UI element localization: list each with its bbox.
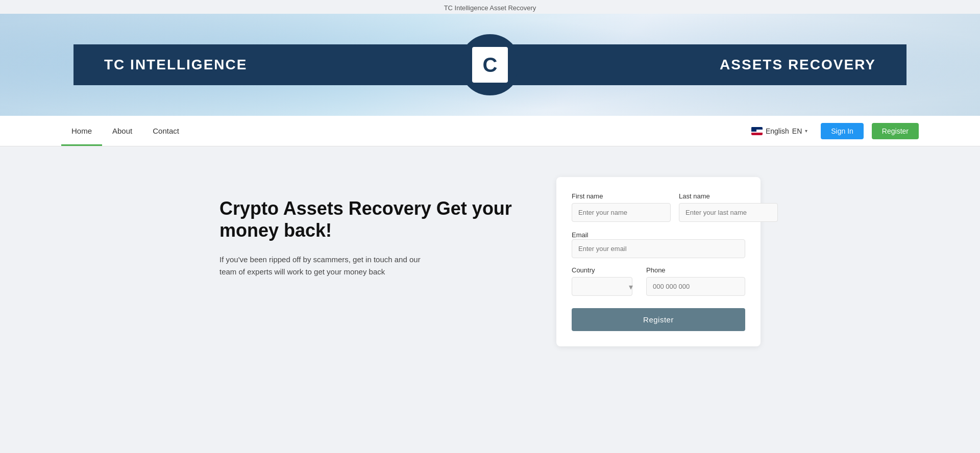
phone-label: Phone [646,266,745,274]
country-group: Country United States United Kingdom Can… [572,266,638,296]
header-area: TC Intelligence Asset Recovery TC INTELL… [0,0,980,116]
nav-item-contact[interactable]: Contact [142,116,189,146]
signin-button[interactable]: Sign In [821,123,864,139]
chevron-down-icon: ▾ [805,128,807,134]
page-wrapper: TC Intelligence Asset Recovery TC INTELL… [0,0,980,453]
registration-form: First name Last name Email Country [556,177,761,346]
email-group: Email [572,230,745,258]
hero-text: Crypto Assets Recovery Get your money ba… [219,177,526,278]
nav-item-home[interactable]: Home [61,116,102,146]
country-select[interactable]: United States United Kingdom Canada Aust… [572,277,632,296]
country-phone-row: Country United States United Kingdom Can… [572,266,745,296]
main-content: Crypto Assets Recovery Get your money ba… [158,146,822,377]
phone-group: Phone [646,266,745,296]
last-name-input[interactable] [679,203,778,222]
hero-heading: Crypto Assets Recovery Get your money ba… [219,197,526,241]
banner-right-text: ASSETS RECOVERY [720,57,876,73]
last-name-group: Last name [679,192,778,222]
name-row: First name Last name [572,192,745,222]
nav-right: English EN ▾ Sign In Register [746,123,919,139]
logo-circle: C [459,34,521,95]
hero-subtext: If you've been ripped off by scammers, g… [219,254,424,278]
language-selector[interactable]: English EN ▾ [746,124,813,138]
nav-item-about[interactable]: About [102,116,142,146]
flag-icon [751,127,763,135]
phone-input[interactable] [646,277,745,296]
register-nav-button[interactable]: Register [872,123,919,139]
language-label: English [766,127,789,135]
logo-inner: C [472,47,508,83]
nav-links: Home About Contact [61,116,189,146]
navbar: Home About Contact English EN ▾ Sign In … [0,116,980,146]
site-title: TC Intelligence Asset Recovery [0,4,980,12]
first-name-input[interactable] [572,203,671,222]
country-label: Country [572,266,638,274]
country-select-wrapper: United States United Kingdom Canada Aust… [572,277,638,296]
logo-svg: C [475,49,505,80]
email-input[interactable] [572,239,745,258]
banner-left-text: TC INTELLIGENCE [104,57,247,73]
first-name-label: First name [572,192,671,200]
email-label: Email [572,231,589,239]
language-code: EN [792,127,802,135]
last-name-label: Last name [679,192,778,200]
register-form-button[interactable]: Register [572,308,745,331]
first-name-group: First name [572,192,671,222]
svg-text:C: C [483,54,498,76]
hero-banner: TC INTELLIGENCE ASSETS RECOVERY C [0,14,980,116]
